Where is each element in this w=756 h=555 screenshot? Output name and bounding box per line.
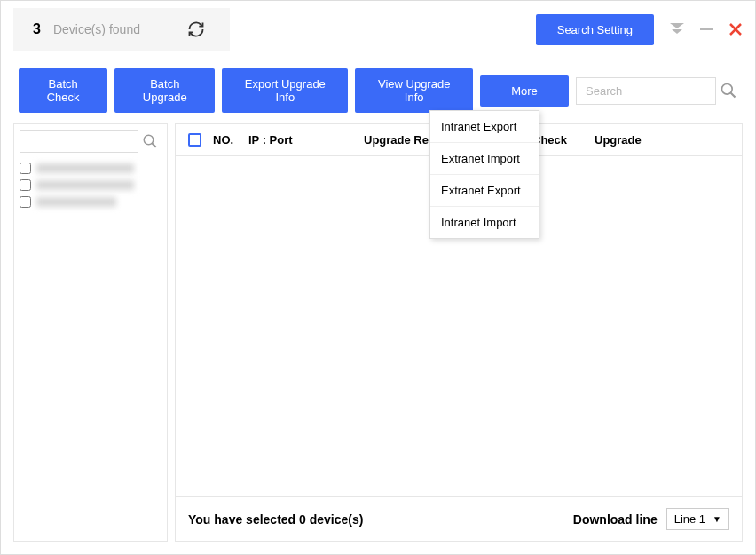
column-check: Check [532,133,595,147]
batch-check-button[interactable]: Batch Check [19,68,107,113]
device-count-label: Device(s) found [53,22,140,36]
more-button[interactable]: More [480,75,569,107]
chevron-down-icon: ▼ [713,514,721,524]
tree-item[interactable] [20,196,161,208]
main-area: NO. IP : Port Upgrade Resu Check Upgrade… [1,123,755,554]
svg-point-5 [722,84,733,95]
view-upgrade-info-button[interactable]: View Upgrade Info [355,68,473,113]
filter-icon [670,23,684,36]
svg-rect-2 [700,28,713,30]
tree-label [36,197,116,207]
batch-upgrade-button[interactable]: Batch Upgrade [114,68,215,113]
sidebar-search [20,130,161,153]
svg-marker-1 [672,29,682,34]
svg-line-6 [731,93,736,98]
select-all-cell [188,133,213,147]
topbar: 3 Device(s) found Search Setting [1,1,755,58]
sidebar-search-input[interactable] [20,130,138,153]
download-line-block: Download line Line 1 ▼ [573,508,729,530]
select-all-checkbox[interactable] [188,133,201,147]
minimize-button[interactable] [700,23,713,36]
close-icon [728,22,743,36]
dropdown-item-extranet-export[interactable]: Extranet Export [430,175,539,207]
device-count: 3 [33,21,41,37]
selected-count-text: You have selected 0 device(s) [188,512,363,527]
tree-item[interactable] [20,163,161,174]
minimize-icon [700,23,713,36]
download-line-value: Line 1 [674,512,705,526]
svg-marker-0 [670,23,684,28]
search-icon [142,133,158,149]
sidebar-search-button[interactable] [142,133,158,149]
search-icon [720,82,737,99]
search-setting-button[interactable]: Search Setting [536,14,654,45]
dropdown-item-extranet-import[interactable]: Extranet Import [430,143,539,175]
search-box [576,77,737,105]
tree-checkbox[interactable] [20,179,31,191]
search-button[interactable] [720,82,737,99]
close-button[interactable] [728,22,743,36]
refresh-icon [187,20,205,38]
filter-button[interactable] [670,23,684,36]
export-upgrade-info-button[interactable]: Export Upgrade Info [222,68,348,113]
download-line-select[interactable]: Line 1 ▼ [666,508,729,530]
sidebar [13,123,168,542]
dropdown-item-intranet-export[interactable]: Intranet Export [430,111,539,143]
toolbar: Batch Check Batch Upgrade Export Upgrade… [1,58,755,123]
devices-found-box: 3 Device(s) found [13,8,230,51]
tree-checkbox[interactable] [20,163,31,174]
tree-label [36,180,134,190]
dropdown-item-intranet-import[interactable]: Intranet Import [430,207,539,238]
refresh-button[interactable] [187,20,205,38]
search-input[interactable] [576,77,716,105]
tree-item[interactable] [20,179,161,191]
column-no: NO. [213,133,248,147]
footer: You have selected 0 device(s) Download l… [176,496,742,541]
column-upgrade: Upgrade [595,133,729,147]
svg-line-8 [152,143,156,147]
column-ip-port: IP : Port [248,133,364,147]
download-line-label: Download line [573,512,658,527]
svg-point-7 [144,135,154,145]
tree-label [36,163,134,173]
more-dropdown: Intranet Export Extranet Import Extranet… [429,110,539,239]
tree-checkbox[interactable] [20,196,31,208]
